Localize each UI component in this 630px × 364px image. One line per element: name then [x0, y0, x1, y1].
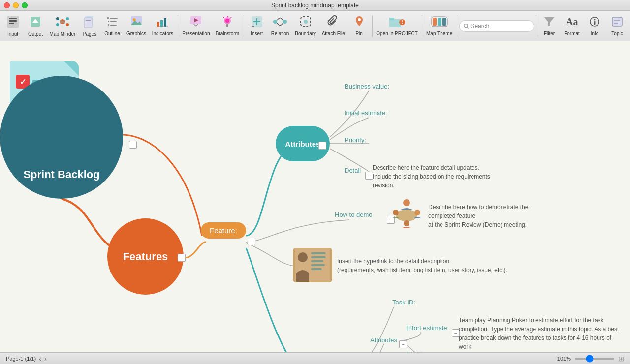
zoom-slider[interactable] [575, 358, 614, 360]
effort-estimate-label: Effort estimate: [406, 324, 449, 332]
boundary-icon [299, 15, 312, 30]
attach-file-icon [327, 15, 340, 30]
svg-rect-67 [594, 21, 596, 25]
person-card-svg [295, 248, 330, 282]
open-in-project-label: Open in PROJECT [376, 31, 417, 36]
svg-rect-3 [9, 23, 14, 24]
svg-marker-63 [544, 17, 554, 26]
sprint-backlog-circle[interactable]: Sprint Backlog [0, 76, 123, 199]
svg-rect-22 [110, 18, 118, 19]
sprint-backlog-node[interactable]: ✓ ✓ Sprint Backlog [0, 61, 128, 199]
filter-tool[interactable]: Filter [538, 12, 560, 40]
svg-point-7 [56, 17, 59, 20]
presentation-icon [189, 15, 202, 30]
feature-item-node[interactable]: Feature: [201, 222, 246, 239]
collapse-btn-detail[interactable]: − [365, 172, 373, 180]
indicators-icon [156, 15, 169, 30]
format-tool[interactable]: Aa Format [561, 12, 583, 40]
relation-label: Relation [271, 31, 289, 36]
svg-line-43 [223, 17, 224, 18]
detail-node[interactable]: Detail [345, 167, 361, 174]
sprint-backlog-label: Sprint Backlog [23, 168, 99, 181]
maximize-button[interactable] [22, 2, 28, 8]
initial-estimate-label: Initial estimate: [345, 109, 387, 117]
indicators-tool[interactable]: Indicators [150, 12, 176, 40]
filter-icon [543, 15, 555, 30]
close-button[interactable] [4, 2, 10, 8]
svg-point-82 [298, 252, 308, 262]
svg-rect-20 [86, 20, 91, 21]
presentation-tool[interactable]: Presentation [180, 12, 212, 40]
pages-icon [83, 15, 96, 30]
minimize-button[interactable] [13, 2, 19, 8]
topic-tool[interactable]: Topic [606, 12, 628, 40]
collapse-btn-feature-item[interactable]: − [248, 238, 255, 245]
attach-file-label: Attach File [322, 31, 345, 36]
svg-rect-1 [9, 18, 17, 19]
info-tool[interactable]: Info [584, 12, 605, 40]
bottom-right: 101% ⊞ [557, 355, 624, 363]
prev-page-button[interactable]: ‹ [39, 355, 41, 363]
input-tool[interactable]: Input [2, 12, 24, 40]
grid-icon[interactable]: ⊞ [618, 355, 624, 363]
graphics-label: Graphics [126, 31, 146, 36]
sep5 [457, 15, 457, 37]
svg-point-9 [56, 23, 59, 26]
info-label: Info [591, 31, 599, 36]
meeting-people-svg [389, 194, 424, 229]
collapse-btn-sprint[interactable]: − [129, 141, 137, 149]
map-theme-tool[interactable]: Map Theme [424, 12, 454, 40]
features-circle[interactable]: Features [107, 218, 184, 295]
map-theme-label: Map Theme [426, 31, 452, 36]
filter-label: Filter [544, 31, 555, 36]
insert-icon [251, 15, 263, 30]
collapse-btn-attributes[interactable]: − [318, 142, 326, 150]
task-id-node[interactable]: Task ID: [392, 299, 415, 306]
canvas: ✓ ✓ Sprint Backlog − Features − [0, 41, 630, 352]
input-label: Input [7, 31, 18, 37]
svg-rect-24 [110, 21, 117, 22]
features-label: Features [123, 250, 168, 263]
insert-tool[interactable]: Insert [246, 12, 268, 40]
svg-rect-19 [84, 18, 92, 28]
presentation-label: Presentation [182, 31, 210, 36]
brainstorm-tool[interactable]: Brainstorm [213, 12, 242, 40]
window-controls[interactable] [4, 2, 28, 8]
sep4 [422, 15, 422, 37]
pages-tool[interactable]: Pages [79, 12, 100, 40]
effort-estimate-node[interactable]: Effort estimate: [406, 324, 449, 332]
svg-rect-81 [311, 268, 322, 270]
business-value-label: Business value: [345, 83, 389, 90]
how-to-demo-node[interactable]: How to demo [335, 211, 373, 218]
boundary-tool[interactable]: Boundary [292, 12, 318, 40]
priority-node[interactable]: Priority: [345, 136, 366, 144]
map-minder-tool[interactable]: Map Minder [47, 12, 78, 40]
task-attributes-node[interactable]: Attributes [370, 336, 397, 344]
svg-rect-26 [110, 25, 117, 26]
svg-rect-80 [311, 264, 325, 266]
svg-rect-21 [107, 17, 109, 19]
open-in-project-tool[interactable]: Open in PROJECT [375, 12, 420, 40]
task-id-label: Task ID: [392, 299, 415, 306]
attach-file-tool[interactable]: Attach File [319, 12, 347, 40]
graphics-tool[interactable]: Graphics [124, 12, 149, 40]
initial-estimate-node[interactable]: Initial estimate: [345, 109, 387, 117]
svg-rect-60 [442, 18, 446, 26]
pin-tool[interactable]: Pin [348, 12, 370, 40]
toolbar: Input Output Map Minder [0, 11, 630, 41]
collapse-btn-task-attrs[interactable]: − [399, 340, 407, 348]
svg-point-72 [403, 199, 410, 206]
next-page-button[interactable]: › [44, 355, 47, 363]
features-node[interactable]: Features [107, 218, 186, 297]
collapse-btn-features[interactable]: − [178, 254, 186, 262]
meeting-icon [389, 194, 424, 229]
relation-tool[interactable]: Relation [269, 12, 292, 40]
sep6 [536, 15, 536, 37]
output-tool[interactable]: Output [25, 12, 46, 40]
sep3 [372, 15, 373, 37]
business-value-node[interactable]: Business value: [345, 83, 389, 90]
pin-label: Pin [355, 31, 362, 36]
search-box[interactable] [459, 20, 534, 32]
outline-tool[interactable]: Outline [101, 12, 123, 40]
search-input[interactable] [471, 23, 530, 30]
